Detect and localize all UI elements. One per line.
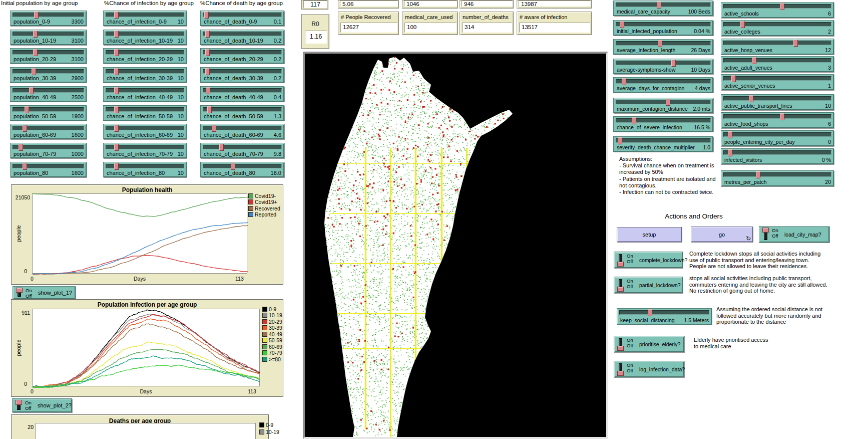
slider-track[interactable]	[723, 172, 831, 177]
log-infection-data-switch[interactable]: OnOfflog_infection_data?	[614, 361, 684, 377]
slider-knob[interactable]	[756, 171, 760, 178]
population-10-19-slider[interactable]: population_10-193100	[10, 30, 87, 45]
partial-lockdown-switch[interactable]: OnOffpartial_lockdown?	[614, 277, 683, 293]
show-plot-2-switch[interactable]: OnOffshow_plot_2?	[12, 398, 72, 412]
slider-knob[interactable]	[793, 40, 798, 47]
slider-track[interactable]	[723, 76, 831, 81]
chance-of-death-60-69-slider[interactable]: chance_of_death_60-694.6	[200, 124, 284, 139]
slider-knob[interactable]	[622, 78, 626, 85]
slider-knob[interactable]	[728, 131, 732, 138]
active-colleges-slider[interactable]: active_colleges2	[721, 20, 834, 36]
slider-track[interactable]	[723, 41, 831, 45]
slider-track[interactable]	[203, 145, 282, 149]
population-40-49-slider[interactable]: population_40-492500	[10, 86, 87, 102]
chance-of-death-80-slider[interactable]: chance_of_death_8018.0	[200, 162, 284, 177]
slider-knob[interactable]	[648, 309, 652, 316]
average-days-for-contagion-slider[interactable]: average_days_for_contagion4 days	[613, 77, 713, 93]
slider-knob[interactable]	[19, 144, 23, 151]
population-30-39-slider[interactable]: population_30-392900	[10, 67, 87, 83]
switch-knob[interactable]	[617, 287, 624, 292]
keep-social-distancing-slider[interactable]: keep_social_distancing1.5 Meters	[617, 308, 712, 325]
slider-knob[interactable]	[618, 137, 622, 144]
population-80-slider[interactable]: population_801600	[10, 162, 87, 177]
population-70-79-slider[interactable]: population_70-791000	[10, 143, 87, 158]
complete-lockdown-switch[interactable]: OnOffcomplete_lockdown?	[614, 252, 683, 268]
chance-of-infection-70-79-slider[interactable]: chance_of_infection_70-7910	[103, 143, 187, 158]
slider-knob[interactable]	[25, 106, 29, 113]
slider-track[interactable]	[13, 50, 84, 55]
chance-of-infection-50-59-slider[interactable]: chance_of_infection_50-5910	[103, 105, 187, 121]
chance-of-death-20-29-slider[interactable]: chance_of_death_20-290.2	[200, 48, 284, 64]
slider-knob[interactable]	[207, 106, 212, 113]
average-symptoms-show-slider[interactable]: average-symptoms-show10 Days	[613, 59, 713, 74]
chance-of-death-0-9-slider[interactable]: chance_of_death_0-90.1	[200, 11, 284, 26]
chance-of-infection-20-29-slider[interactable]: chance_of_infection_20-2910	[103, 48, 187, 64]
slider-knob[interactable]	[114, 144, 119, 151]
slider-track[interactable]	[203, 13, 282, 17]
severity-death-chance-multiplier-slider[interactable]: severity_death_chance_multiplier1.0	[613, 136, 713, 152]
slider-knob[interactable]	[780, 113, 784, 120]
slider-knob[interactable]	[632, 117, 636, 124]
chance-of-death-30-39-slider[interactable]: chance_of_death_30-390.2	[200, 67, 284, 83]
slider-knob[interactable]	[23, 125, 27, 132]
slider-knob[interactable]	[204, 12, 209, 19]
maximum-contagion-distance-slider[interactable]: maximum_contagion_distance2.0 mts	[613, 98, 713, 113]
slider-knob[interactable]	[780, 3, 784, 10]
slider-knob[interactable]	[33, 31, 38, 38]
active-public-transport-lines-slider[interactable]: active_public_transport_lines10	[721, 94, 834, 110]
slider-knob[interactable]	[23, 163, 27, 170]
active-food-shops-slider[interactable]: active_food_shops6	[721, 112, 834, 128]
population-0-9-slider[interactable]: population_0-93300	[10, 11, 87, 26]
slider-track[interactable]	[13, 32, 84, 36]
chance-of-infection-10-19-slider[interactable]: chance_of_infection_10-1910	[103, 30, 187, 45]
chance-of-infection-30-39-slider[interactable]: chance_of_infection_30-3910	[103, 67, 187, 83]
slider-knob[interactable]	[114, 87, 119, 94]
slider-knob[interactable]	[219, 144, 224, 151]
setup-button[interactable]: setup	[617, 227, 682, 242]
slider-track[interactable]	[616, 61, 711, 65]
slider-knob[interactable]	[620, 21, 624, 28]
slider-knob[interactable]	[205, 31, 210, 38]
people-entering-city-per-day-slider[interactable]: people_entering_city_per_day0	[721, 130, 834, 146]
slider-track[interactable]	[616, 138, 711, 143]
switch-knob[interactable]	[16, 288, 23, 293]
show-plot-1-switch[interactable]: OnOffshow_plot_1?	[13, 286, 76, 299]
switch-knob[interactable]	[762, 228, 769, 233]
slider-track[interactable]	[616, 79, 711, 84]
slider-track[interactable]	[723, 4, 831, 9]
slider-knob[interactable]	[32, 68, 36, 75]
switch-knob[interactable]	[16, 400, 22, 405]
slider-knob[interactable]	[752, 57, 756, 64]
chance-of-infection-0-9-slider[interactable]: chance_of_infection_0-910	[103, 11, 187, 26]
slider-knob[interactable]	[666, 99, 670, 106]
slider-track[interactable]	[203, 69, 282, 74]
population-60-69-slider[interactable]: population_60-691600	[10, 124, 87, 139]
slider-track[interactable]	[723, 96, 831, 101]
slider-track[interactable]	[723, 58, 831, 63]
slider-knob[interactable]	[114, 49, 119, 56]
slider-knob[interactable]	[671, 60, 676, 67]
slider-knob[interactable]	[206, 87, 210, 94]
slider-track[interactable]	[13, 145, 84, 149]
slider-knob[interactable]	[114, 106, 119, 113]
slider-knob[interactable]	[114, 12, 119, 19]
slider-knob[interactable]	[114, 163, 119, 170]
switch-knob[interactable]	[617, 346, 624, 351]
slider-knob[interactable]	[34, 12, 39, 19]
slider-track[interactable]	[616, 22, 711, 27]
slider-track[interactable]	[723, 132, 831, 137]
active-hosp-venues-slider[interactable]: active_hosp_venues12	[721, 39, 834, 55]
slider-knob[interactable]	[731, 75, 736, 82]
slider-track[interactable]	[616, 118, 711, 123]
slider-knob[interactable]	[114, 68, 119, 75]
slider-track[interactable]	[13, 13, 84, 17]
go-button[interactable]: go ↻	[691, 227, 753, 242]
slider-track[interactable]	[203, 32, 282, 36]
chance-of-death-70-79-slider[interactable]: chance_of_death_70-799.8	[200, 143, 284, 158]
slider-knob[interactable]	[740, 21, 745, 28]
slider-track[interactable]	[616, 41, 711, 46]
slider-track[interactable]	[203, 88, 282, 93]
active-adult-venues-slider[interactable]: active_adult_venues3	[721, 56, 834, 72]
chance-of-severe-infection-slider[interactable]: chance_of_severe_infection16.5 %	[613, 116, 713, 132]
slider-track[interactable]	[616, 100, 711, 104]
